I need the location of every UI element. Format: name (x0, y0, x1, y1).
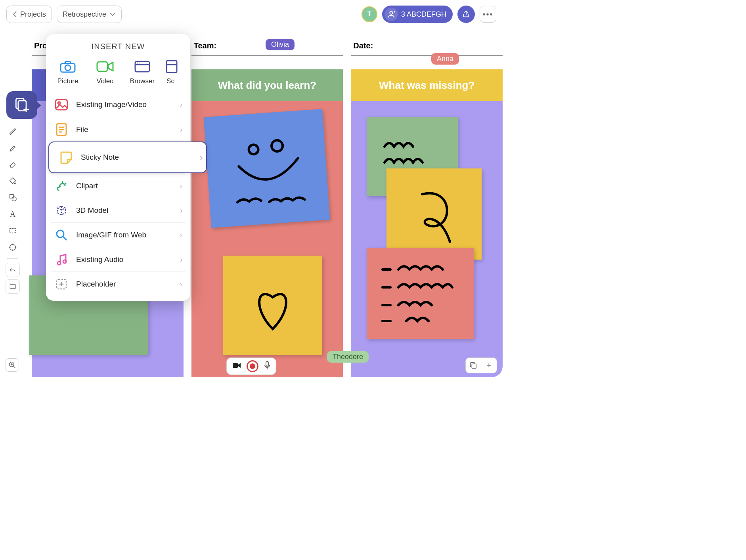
collaborators-pill[interactable]: 3 ABCDEFGH (382, 6, 453, 23)
board-label-date: Date: (351, 40, 503, 55)
video-icon (96, 60, 114, 73)
browser-icon (133, 60, 151, 73)
svg-point-40 (57, 262, 61, 265)
sticky-note[interactable] (223, 256, 322, 355)
label: Picture (57, 77, 78, 85)
scan-icon (163, 60, 181, 73)
heart-drawing (249, 277, 296, 333)
insert-video[interactable]: Video (88, 60, 122, 85)
insert-sticky-note[interactable]: Sticky Note › (48, 141, 207, 173)
placeholder-icon (54, 277, 69, 292)
board-column-2[interactable]: What did you learn? (191, 69, 343, 377)
collab-label: 3 ABCDEFGH (401, 10, 446, 19)
user-tag-theodore: Theodore (327, 351, 369, 363)
insert-existing-media[interactable]: Existing Image/Video › (51, 92, 186, 117)
text-tool[interactable]: A (6, 207, 20, 221)
select-tool[interactable] (6, 224, 20, 238)
pages-icon (469, 361, 478, 370)
shape-tool[interactable] (6, 190, 20, 205)
project-dropdown[interactable]: Retrospective (57, 6, 122, 23)
highlighter-icon (8, 143, 17, 152)
insert-picture[interactable]: Picture (51, 60, 85, 85)
pen-icon (8, 126, 17, 135)
record-button[interactable] (247, 360, 258, 372)
more-button[interactable]: ••• (480, 6, 496, 23)
target-tool[interactable] (6, 240, 20, 254)
ellipsis-icon: ••• (482, 10, 493, 19)
recording-toolbar (226, 357, 276, 375)
svg-point-41 (63, 260, 66, 263)
insert-popover: INSERT NEW Picture Video Browser Sc Exis… (46, 34, 190, 301)
text-icon: A (10, 210, 15, 219)
chevron-right-icon: › (180, 182, 182, 190)
avatar[interactable]: T (362, 6, 377, 22)
mic-toggle[interactable] (264, 361, 270, 371)
label: Existing Image/Video (76, 100, 147, 109)
add-page-button[interactable]: + (481, 357, 497, 373)
chevron-right-icon: › (180, 206, 182, 215)
svg-point-28 (139, 63, 140, 63)
svg-point-12 (248, 144, 258, 155)
undo-tool[interactable] (6, 263, 20, 277)
sticky-note[interactable] (367, 248, 474, 339)
eraser-icon (8, 160, 17, 168)
insert-clipart[interactable]: Clipart › (51, 173, 186, 198)
insert-web-image[interactable]: Image/GIF from Web › (51, 222, 186, 247)
svg-rect-24 (97, 62, 107, 71)
svg-point-27 (137, 63, 138, 63)
label: Video (96, 77, 113, 85)
zoom-button[interactable] (6, 358, 19, 372)
list-drawing (377, 258, 464, 329)
label: Placeholder (76, 280, 116, 289)
label: Browser (130, 77, 155, 85)
sticky-note[interactable] (203, 109, 330, 228)
svg-rect-3 (10, 195, 13, 198)
audio-icon (54, 252, 69, 267)
insert-browser[interactable]: Browser (125, 60, 159, 85)
insert-placeholder[interactable]: Placeholder › (51, 271, 186, 296)
eraser-tool[interactable] (6, 157, 20, 171)
smiley-drawing (216, 122, 317, 215)
back-button[interactable]: Projects (6, 6, 52, 23)
fill-icon (8, 176, 17, 185)
insert-audio[interactable]: Existing Audio › (51, 247, 186, 271)
board-column-3[interactable]: What was missing? (351, 69, 503, 377)
insert-icon (13, 96, 31, 114)
sticky-note[interactable] (386, 168, 482, 260)
clipart-icon (54, 178, 69, 193)
svg-line-46 (13, 366, 15, 368)
select-icon (8, 226, 17, 235)
share-icon (462, 10, 471, 19)
pen-tool[interactable] (6, 124, 20, 138)
svg-rect-31 (55, 99, 67, 110)
highlighter-tool[interactable] (6, 140, 20, 155)
shape-icon (8, 193, 17, 202)
3d-model-icon (54, 203, 69, 218)
fullscreen-tool[interactable] (6, 279, 20, 294)
camera-toggle[interactable] (232, 362, 241, 370)
svg-point-0 (390, 11, 392, 14)
pages-button[interactable] (465, 357, 481, 373)
svg-rect-29 (166, 61, 177, 73)
fill-tool[interactable] (6, 174, 20, 188)
back-label: Projects (20, 10, 46, 19)
insert-button[interactable] (6, 91, 37, 119)
label: Existing Audio (76, 255, 123, 264)
label: Sticky Note (81, 153, 119, 162)
svg-point-37 (60, 185, 61, 187)
svg-line-39 (63, 237, 66, 240)
plus-icon: + (486, 360, 492, 371)
web-search-icon (54, 227, 69, 243)
insert-file[interactable]: File › (51, 117, 186, 141)
svg-point-13 (271, 140, 283, 152)
insert-3d-model[interactable]: 3D Model › (51, 198, 186, 222)
image-icon (54, 97, 69, 112)
user-tag-olivia: Olivia (266, 39, 295, 50)
share-button[interactable] (457, 6, 475, 23)
undo-icon (9, 266, 17, 274)
label: File (76, 125, 88, 134)
target-icon (8, 243, 17, 252)
svg-point-6 (10, 245, 16, 250)
loop-drawing (406, 182, 462, 246)
insert-scan[interactable]: Sc (163, 60, 178, 85)
